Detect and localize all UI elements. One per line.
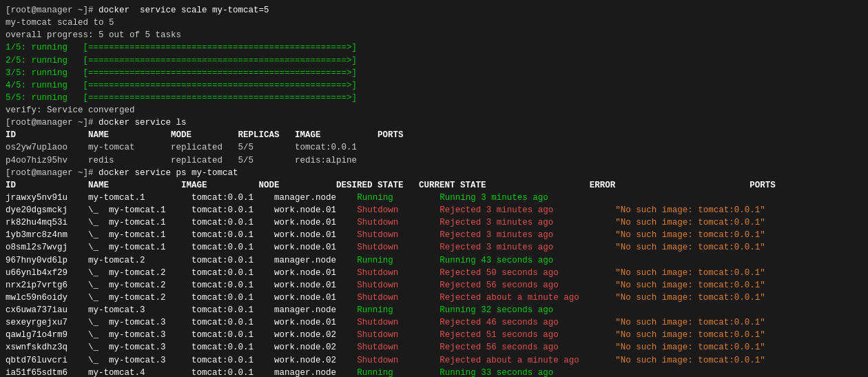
terminal-line: jrawxy5nv91u my-tomcat.1 tomcat:0.0.1 ma… [6,192,862,204]
terminal-line: 5/5: running [==========================… [6,92,862,104]
terminal-line: u66ynlb4xf29 \_ my-tomcat.2 tomcat:0.0.1… [6,267,862,279]
terminal-line: sexeyrgejxu7 \_ my-tomcat.3 tomcat:0.0.1… [6,316,862,329]
terminal-line: dye20dgsmckj \_ my-tomcat.1 tomcat:0.0.1… [6,204,862,216]
terminal-line: 1/5: running [==========================… [6,41,862,54]
terminal-line: [root@manager ~]# docker service ls [6,116,862,129]
terminal-line: [root@manager ~]# docker service ps my-t… [6,167,862,179]
terminal-line: qawlg71o4rm9 \_ my-tomcat.3 tomcat:0.0.1… [6,329,862,341]
terminal-line: ia51f65sdtm6 my-tomcat.4 tomcat:0.0.1 ma… [6,367,862,377]
terminal-line: xswnfskdhz3q \_ my-tomcat.3 tomcat:0.0.1… [6,341,862,354]
terminal-line: my-tomcat scaled to 5 [6,17,862,29]
terminal: [root@manager ~]# docker service scale m… [0,0,868,377]
terminal-line: 2/5: running [==========================… [6,54,862,67]
terminal-line: nrx2ip7vrtg6 \_ my-tomcat.2 tomcat:0.0.1… [6,279,862,292]
terminal-line: os2yw7uplaoo my-tomcat replicated 5/5 to… [6,141,862,154]
terminal-line: ID NAME MODE REPLICAS IMAGE PORTS [6,129,862,141]
terminal-line: ID NAME IMAGE NODE DESIRED STATE CURRENT… [6,179,862,192]
terminal-line: verify: Service converged [6,104,862,116]
terminal-line: 4/5: running [==========================… [6,79,862,92]
terminal-line: qbtd76luvcri \_ my-tomcat.3 tomcat:0.0.1… [6,354,862,367]
terminal-line: 967hny0vd6lp my-tomcat.2 tomcat:0.0.1 ma… [6,254,862,267]
terminal-line: 1yb3mrc8z4nm \_ my-tomcat.1 tomcat:0.0.1… [6,229,862,241]
terminal-line: mwlc59n6oidy \_ my-tomcat.2 tomcat:0.0.1… [6,292,862,304]
terminal-line: [root@manager ~]# docker service scale m… [6,4,862,17]
terminal-line: o8sml2s7wvgj \_ my-tomcat.1 tomcat:0.0.1… [6,241,862,254]
terminal-line: p4oo7hiz95hv redis replicated 5/5 redis:… [6,154,862,167]
terminal-line: 3/5: running [==========================… [6,67,862,79]
terminal-line: rk82hu4mq53i \_ my-tomcat.1 tomcat:0.0.1… [6,216,862,229]
terminal-line: cx6uwa737iau my-tomcat.3 tomcat:0.0.1 ma… [6,304,862,316]
terminal-line: overall progress: 5 out of 5 tasks [6,29,862,41]
